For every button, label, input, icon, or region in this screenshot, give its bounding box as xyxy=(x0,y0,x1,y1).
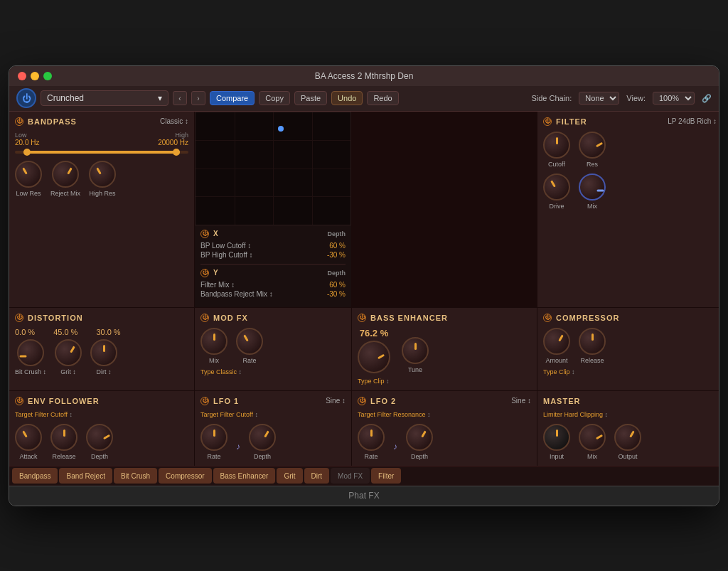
comp-amount-group: Amount xyxy=(543,328,570,364)
bp-low-cutoff-label: BP Low Cutoff ↕ xyxy=(200,242,251,250)
comp-release-knob[interactable] xyxy=(579,328,606,355)
dirt-knob[interactable] xyxy=(90,339,117,366)
res-knob[interactable] xyxy=(579,132,606,159)
bass-power[interactable]: ⏻ xyxy=(358,314,366,322)
bottom-btn-bit-crush[interactable]: Bit Crush xyxy=(114,468,157,484)
copy-button[interactable]: Copy xyxy=(259,91,290,105)
close-button[interactable] xyxy=(18,72,26,80)
modfx-rate-label: Rate xyxy=(242,357,256,364)
lfo1-type: Sine ↕ xyxy=(326,397,346,405)
dirt-group: Dirt ↕ xyxy=(90,339,117,375)
x-power[interactable]: ⏻ xyxy=(200,230,209,238)
env-attack-knob[interactable] xyxy=(15,424,42,451)
low-res-knob[interactable] xyxy=(15,161,42,188)
cutoff-knob[interactable] xyxy=(543,132,570,159)
bottom-btn-bass-enhancer[interactable]: Bass Enhancer xyxy=(213,468,276,484)
lfo2-depth-knob[interactable] xyxy=(406,424,433,451)
modfx-title: MOD FX xyxy=(213,314,248,322)
maximize-button[interactable] xyxy=(43,72,52,80)
master-mix-knob[interactable] xyxy=(579,424,606,451)
bass-knob-row: 76.2 % Tune xyxy=(358,328,531,373)
comp-release-label: Release xyxy=(580,357,604,364)
master-output-knob[interactable] xyxy=(614,424,641,451)
bottom-btn-dirt[interactable]: Dirt xyxy=(304,468,330,484)
modfx-rate-knob[interactable] xyxy=(236,328,263,355)
master-limiter-row: Limiter Hard Clipping ↕ xyxy=(543,411,717,418)
filter-power[interactable]: ⏻ xyxy=(543,117,552,126)
drive-knob[interactable] xyxy=(543,174,570,201)
lfo1-note-icon: ♪ xyxy=(236,442,240,452)
preset-dropdown[interactable]: Crunched ▾ xyxy=(41,90,168,106)
high-label: High xyxy=(158,132,188,139)
bottom-btn-mod-fx[interactable]: Mod FX xyxy=(331,468,370,484)
footer-label: Phat FX xyxy=(348,491,379,501)
high-res-knob[interactable] xyxy=(89,161,116,188)
y-power[interactable]: ⏻ xyxy=(200,269,209,277)
bandpass-power[interactable]: ⏻ xyxy=(15,117,23,126)
compare-button[interactable]: Compare xyxy=(210,91,255,105)
xy-dot[interactable] xyxy=(278,126,284,132)
bit-crush-group: Bit Crush ↕ xyxy=(15,339,46,375)
lfo1-depth-knob[interactable] xyxy=(249,424,276,451)
bp-high-cutoff-row: BP High Cutoff ↕ -30 % xyxy=(200,250,346,260)
comp-amount-knob[interactable] xyxy=(543,328,570,355)
paste-button[interactable]: Paste xyxy=(294,91,327,105)
bass-tune-label: Tune xyxy=(408,366,422,373)
env-depth-knob[interactable] xyxy=(86,424,113,451)
bit-crush-knob[interactable] xyxy=(17,339,44,366)
env-release-group: Release xyxy=(50,424,77,460)
bass-main-knob[interactable] xyxy=(358,341,390,373)
bottom-btn-band-reject[interactable]: Band Reject xyxy=(59,468,112,484)
filter-type: LP 24dB Rich ↕ xyxy=(668,117,717,125)
bp-low-cutoff-row: BP Low Cutoff ↕ 60 % xyxy=(200,241,346,250)
bottom-btn-grit[interactable]: Grit xyxy=(277,468,302,484)
high-res-group: High Res xyxy=(89,161,116,197)
lfo2-power[interactable]: ⏻ xyxy=(358,397,366,405)
bandpass-section: ⏻ BANDPASS Classic ↕ Low 20.0 Hz High 20… xyxy=(9,112,194,307)
filter-title: FILTER xyxy=(556,117,587,126)
env-release-knob[interactable] xyxy=(50,424,77,451)
lfo1-power[interactable]: ⏻ xyxy=(200,397,209,405)
env-attack-label: Attack xyxy=(19,453,37,460)
forward-button[interactable]: › xyxy=(191,91,205,105)
power-button[interactable]: ⏻ xyxy=(16,88,36,108)
sidechain-select[interactable]: None xyxy=(579,92,619,105)
mix-knob[interactable] xyxy=(579,174,606,201)
distortion-power[interactable]: ⏻ xyxy=(15,314,23,322)
redo-button[interactable]: Redo xyxy=(367,91,398,105)
grit-knob[interactable] xyxy=(55,339,82,366)
modfx-mix-knob[interactable] xyxy=(200,328,228,355)
undo-button[interactable]: Undo xyxy=(331,91,363,105)
modfx-power[interactable]: ⏻ xyxy=(200,314,209,322)
compressor-header: ⏻ COMPRESSOR xyxy=(543,314,717,322)
master-input-knob[interactable] xyxy=(543,424,570,451)
x-title: X xyxy=(213,230,218,238)
view-label: View: xyxy=(626,94,646,102)
lfo2-rate-knob[interactable] xyxy=(358,424,385,451)
bottom-btn-filter[interactable]: Filter xyxy=(371,468,401,484)
env-depth-label: Depth xyxy=(91,453,108,460)
bp-high-cutoff-label: BP High Cutoff ↕ xyxy=(200,251,253,259)
traffic-lights xyxy=(18,72,52,80)
bottom-btn-compressor[interactable]: Compressor xyxy=(159,468,211,484)
lfo2-depth-group: Depth xyxy=(406,424,433,460)
master-output-label: Output xyxy=(618,453,637,460)
compressor-power[interactable]: ⏻ xyxy=(543,314,552,322)
grit-label: Grit ↕ xyxy=(60,368,76,375)
reject-mix-knob[interactable] xyxy=(52,161,79,188)
lfo1-rate-knob[interactable] xyxy=(200,424,228,451)
xy-pad[interactable] xyxy=(195,112,351,225)
bandpass-slider[interactable] xyxy=(15,151,188,154)
filter-mix-val: 60 % xyxy=(329,281,346,289)
view-select[interactable]: 100% xyxy=(653,92,695,105)
bottom-btn-bandpass[interactable]: Bandpass xyxy=(12,468,58,484)
env-power[interactable]: ⏻ xyxy=(15,397,23,405)
env-header: ⏻ ENV FOLLOWER xyxy=(15,397,188,405)
link-icon[interactable]: 🔗 xyxy=(702,94,712,103)
filter-knob-row: Cutoff Res xyxy=(543,132,717,168)
minimize-button[interactable] xyxy=(31,72,39,80)
back-button[interactable]: ‹ xyxy=(173,91,187,105)
high-res-label: High Res xyxy=(90,190,116,197)
bass-tune-knob[interactable] xyxy=(402,337,429,364)
lfo1-rate-label: Rate xyxy=(207,453,220,460)
